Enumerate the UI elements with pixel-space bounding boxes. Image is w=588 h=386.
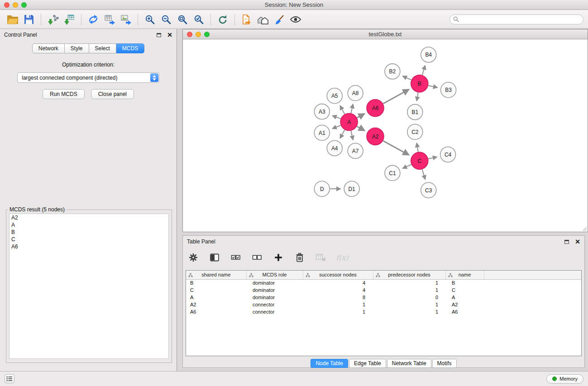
toggle-panels-button[interactable]: [5, 374, 14, 383]
deselect-all-button[interactable]: [251, 252, 263, 263]
network-canvas[interactable]: AA6A2BCA5A8A3A1A4A7B2B4B3B1C2C4C1C3DD1: [183, 39, 588, 232]
zoom-fit-button[interactable]: [174, 12, 191, 27]
show-hide-button[interactable]: [287, 12, 304, 27]
tab-mcds[interactable]: MCDS: [116, 43, 144, 53]
graph-edge-A-A3[interactable]: [333, 116, 341, 119]
graph-node-C2[interactable]: C2: [407, 124, 423, 140]
graph-edge-A-A7[interactable]: [351, 131, 353, 140]
graph-node-A[interactable]: A: [340, 114, 358, 131]
result-item[interactable]: A: [10, 221, 168, 229]
graph-node-D[interactable]: D: [314, 181, 330, 196]
column-header-predecessor-nodes[interactable]: predecessor nodes: [373, 271, 445, 279]
graph-edge-B-B2[interactable]: [403, 76, 411, 80]
graph-node-B4[interactable]: B4: [421, 47, 436, 62]
graph-node-C[interactable]: C: [411, 152, 428, 169]
column-header-name[interactable]: name: [445, 271, 484, 279]
minimize-window-button[interactable]: [13, 2, 18, 8]
open-session-button[interactable]: [239, 12, 255, 27]
table-row[interactable]: Cdominator41C: [186, 286, 581, 294]
export-image-button[interactable]: [118, 12, 134, 27]
result-item[interactable]: C: [10, 236, 168, 243]
delete-entry-button[interactable]: [294, 252, 306, 263]
column-header-successor-nodes[interactable]: successor nodes: [303, 271, 373, 279]
graph-edge-C-C1[interactable]: [403, 165, 411, 168]
home-button[interactable]: [255, 12, 271, 27]
graph-node-A6[interactable]: A6: [367, 100, 384, 117]
tab-select[interactable]: Select: [89, 43, 116, 53]
tab-style[interactable]: Style: [65, 43, 89, 53]
refresh-button[interactable]: [215, 12, 231, 27]
graph-node-A3[interactable]: A3: [314, 104, 330, 119]
graph-edge-A2-C[interactable]: [383, 141, 409, 155]
graph-edge-A-A2[interactable]: [357, 126, 365, 130]
graph-edge-A6-B[interactable]: [383, 90, 409, 104]
graph-node-A2[interactable]: A2: [367, 128, 384, 145]
graph-edge-A-A8[interactable]: [351, 104, 353, 113]
close-window-button[interactable]: [4, 2, 10, 8]
column-header-mcds-role[interactable]: MCDS role: [246, 271, 303, 279]
search-field[interactable]: [449, 14, 583, 24]
memory-button[interactable]: Memory: [546, 374, 583, 384]
function-builder-button[interactable]: f(x): [336, 252, 348, 263]
graph-edge-A-A5[interactable]: [340, 106, 344, 114]
graph-edge-B-B1[interactable]: [417, 93, 418, 101]
table-row[interactable]: Bdominator41B: [186, 279, 581, 286]
result-item[interactable]: B: [10, 229, 168, 236]
graph-node-B2[interactable]: B2: [385, 64, 400, 79]
graph-node-A8[interactable]: A8: [348, 86, 363, 101]
run-mcds-button[interactable]: Run MCDS: [43, 89, 85, 99]
show-columns-button[interactable]: [209, 252, 220, 263]
close-network-button[interactable]: [187, 32, 192, 37]
zoom-in-button[interactable]: [142, 12, 158, 27]
tab-network-table[interactable]: Network Table: [387, 359, 431, 368]
graph-edge-A-A1[interactable]: [332, 125, 340, 129]
export-network-button[interactable]: [85, 12, 101, 27]
graph-node-A7[interactable]: A7: [348, 143, 363, 158]
graph-node-B3[interactable]: B3: [441, 82, 456, 98]
graph-node-A4[interactable]: A4: [327, 140, 342, 156]
float-panel-icon[interactable]: [157, 33, 161, 37]
graph-edge-C-C3[interactable]: [422, 169, 425, 179]
zoom-window-button[interactable]: [21, 2, 27, 8]
apply-style-button[interactable]: [271, 12, 287, 27]
result-item[interactable]: A2: [10, 214, 168, 221]
graph-node-D1[interactable]: D1: [344, 181, 359, 196]
graph-node-B[interactable]: B: [411, 75, 428, 92]
graph-node-C3[interactable]: C3: [421, 182, 436, 198]
optimization-criterion-select[interactable]: largest connected component (directed): [17, 72, 159, 83]
result-item[interactable]: A6: [10, 243, 168, 250]
float-table-panel-icon[interactable]: [564, 240, 569, 244]
column-header-shared-name[interactable]: shared name: [186, 271, 246, 279]
graph-edge-B-B3[interactable]: [428, 86, 437, 87]
graph-edge-C-C4[interactable]: [428, 157, 437, 159]
close-panel-icon[interactable]: ✕: [167, 32, 172, 38]
search-input[interactable]: [459, 16, 580, 23]
tab-motifs[interactable]: Motifs: [432, 359, 457, 368]
graph-edge-C-C2[interactable]: [417, 143, 418, 152]
graph-node-C4[interactable]: C4: [440, 147, 456, 162]
table-row[interactable]: Adominator80A: [186, 294, 581, 301]
close-panel-button[interactable]: Close panel: [91, 89, 134, 99]
zoom-selected-button[interactable]: [191, 12, 207, 27]
tab-node-table[interactable]: Node Table: [311, 359, 348, 368]
graph-edge-B-B4[interactable]: [422, 66, 425, 75]
tab-edge-table[interactable]: Edge Table: [349, 359, 386, 368]
table-row[interactable]: A6connector11A6: [186, 308, 581, 315]
graph-edge-A-A4[interactable]: [340, 130, 344, 138]
export-table-button[interactable]: [101, 12, 118, 27]
minimize-network-button[interactable]: [196, 32, 201, 37]
graph-node-A5[interactable]: A5: [327, 88, 342, 104]
close-table-panel-icon[interactable]: ✕: [575, 238, 580, 245]
add-entry-button[interactable]: [272, 252, 284, 263]
table-options-button[interactable]: [187, 252, 199, 263]
resize-grip[interactable]: [582, 226, 587, 231]
delete-table-button[interactable]: [315, 252, 327, 263]
graph-node-B1[interactable]: B1: [407, 105, 423, 120]
graph-edge-A-A6[interactable]: [357, 114, 365, 118]
open-file-button[interactable]: [5, 12, 21, 27]
import-network-button[interactable]: [45, 12, 61, 27]
zoom-out-button[interactable]: [158, 12, 174, 27]
zoom-network-button[interactable]: [204, 32, 210, 37]
table-row[interactable]: A2connector11A2: [186, 301, 581, 308]
select-all-button[interactable]: [230, 252, 242, 263]
